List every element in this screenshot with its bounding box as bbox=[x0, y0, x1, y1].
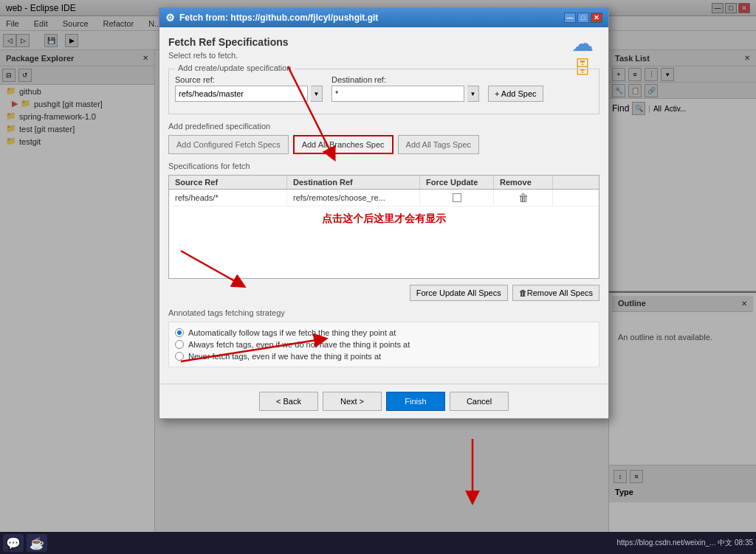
dialog-gear-icon: ⚙ bbox=[165, 12, 175, 24]
force-update-all-specs-button[interactable]: Force Update All Specs bbox=[410, 285, 508, 301]
dest-dropdown-arrow[interactable]: ▼ bbox=[467, 86, 479, 102]
col-force-update: Force Update bbox=[420, 176, 494, 189]
table-header-row: Source Ref Destination Ref Force Update … bbox=[169, 176, 599, 190]
dialog-title-bar: ⚙ Fetch from: https://github.com/fjlcyl/… bbox=[159, 8, 608, 27]
taskbar-right: https://blog.csdn.net/weixin_... 中文 08:3… bbox=[616, 538, 753, 548]
cell-force[interactable] bbox=[420, 190, 494, 206]
add-all-branches-spec-button[interactable]: Add All Branches Spec bbox=[293, 135, 394, 154]
cell-dest: refs/remotes/choose_re... bbox=[287, 190, 420, 206]
ide-background: web - Eclipse IDE — □ ✕ File Edit Source… bbox=[0, 0, 756, 554]
specs-table: Source Ref Destination Ref Force Update … bbox=[168, 175, 599, 279]
tags-strategy-title: Annotated tags fetching strategy bbox=[168, 308, 599, 317]
remove-all-specs-button[interactable]: 🗑 Remove All Specs bbox=[512, 285, 599, 301]
source-dest-row: Source ref: refs/heads/master ▼ Destinat… bbox=[175, 75, 593, 102]
tags-strategy-section: Annotated tags fetching strategy Automat… bbox=[168, 308, 599, 367]
specs-section: Specifications for fetch Source Ref Dest… bbox=[168, 162, 599, 301]
cancel-button[interactable]: Cancel bbox=[450, 392, 509, 411]
source-dropdown-arrow[interactable]: ▼ bbox=[311, 86, 323, 102]
cloud-icon: ☁ bbox=[571, 30, 594, 56]
radio-always[interactable]: Always fetch tags, even if we do not hav… bbox=[175, 340, 593, 349]
source-group: Source ref: refs/heads/master ▼ bbox=[175, 75, 323, 102]
radio-never-circle[interactable] bbox=[175, 352, 184, 361]
specs-title: Specifications for fetch bbox=[168, 162, 599, 170]
dialog-header: Fetch Ref Specifications bbox=[168, 36, 599, 48]
col-source-ref: Source Ref bbox=[169, 176, 287, 189]
create-update-title: Add create/update specification bbox=[175, 63, 295, 72]
remove-icon: 🗑 bbox=[519, 288, 527, 297]
create-update-section: Add create/update specification Source r… bbox=[168, 69, 599, 114]
radio-auto-circle[interactable] bbox=[175, 328, 184, 337]
predefined-section: Add predefined specification Add Configu… bbox=[168, 122, 599, 154]
source-label: Source ref: bbox=[175, 75, 323, 84]
taskbar-eclipse[interactable]: ☕ bbox=[27, 534, 47, 552]
predefined-title: Add predefined specification bbox=[168, 122, 599, 131]
annotation-container: 点击这个后这里才会有显示 bbox=[169, 207, 599, 232]
table-actions: Force Update All Specs 🗑 Remove All Spec… bbox=[168, 285, 599, 301]
taskbar-status: https://blog.csdn.net/weixin_... 中文 08:3… bbox=[616, 538, 753, 548]
dest-group: Destination ref: * ▼ bbox=[331, 75, 479, 102]
chat-icon: 💬 bbox=[6, 536, 21, 550]
add-spec-button[interactable]: + Add Spec bbox=[488, 86, 543, 102]
predefined-buttons-row: Add Configured Fetch Specs Add All Branc… bbox=[168, 135, 599, 154]
add-all-tags-spec-button[interactable]: Add All Tags Spec bbox=[398, 135, 479, 154]
source-input-row: refs/heads/master ▼ bbox=[175, 86, 323, 102]
radio-group: Automatically follow tags if we fetch th… bbox=[168, 322, 599, 367]
eclipse-icon: ☕ bbox=[30, 536, 44, 550]
col-dest-ref: Destination Ref bbox=[287, 176, 420, 189]
dialog-footer: < Back Next > Finish Cancel bbox=[159, 384, 608, 418]
dest-combobox[interactable]: * bbox=[331, 86, 464, 102]
radio-never[interactable]: Never fetch tags, even if we have the th… bbox=[175, 352, 593, 361]
table-body: refs/heads/* refs/remotes/choose_re... 🗑… bbox=[169, 190, 599, 278]
add-configured-fetch-specs-button[interactable]: Add Configured Fetch Specs bbox=[168, 135, 289, 154]
taskbar: 💬 ☕ https://blog.csdn.net/weixin_... 中文 … bbox=[0, 532, 756, 554]
dialog-minimize[interactable]: — bbox=[564, 13, 576, 23]
back-button[interactable]: < Back bbox=[259, 392, 318, 411]
cell-source: refs/heads/* bbox=[169, 190, 287, 206]
annotation-text: 点击这个后这里才会有显示 bbox=[316, 207, 452, 230]
dialog-title: Fetch from: https://github.com/fjlcyl/pu… bbox=[179, 13, 378, 23]
dest-label: Destination ref: bbox=[331, 75, 479, 84]
source-combobox[interactable]: refs/heads/master bbox=[175, 86, 308, 102]
cell-remove[interactable]: 🗑 bbox=[494, 190, 553, 206]
dialog-title-controls: — □ ✕ bbox=[564, 13, 602, 23]
radio-always-circle[interactable] bbox=[175, 340, 184, 349]
delete-row-icon[interactable]: 🗑 bbox=[518, 192, 529, 204]
dest-asterisk: * bbox=[335, 89, 338, 98]
dialog-subtitle: Select refs to fetch. bbox=[168, 51, 599, 60]
col-remove: Remove bbox=[494, 176, 553, 189]
finish-button[interactable]: Finish bbox=[386, 392, 445, 411]
force-update-checkbox[interactable] bbox=[453, 193, 461, 202]
radio-auto[interactable]: Automatically follow tags if we fetch th… bbox=[175, 328, 593, 337]
taskbar-chat[interactable]: 💬 bbox=[3, 534, 24, 552]
dialog-close[interactable]: ✕ bbox=[591, 13, 602, 23]
fetch-dialog: ⚙ Fetch from: https://github.com/fjlcyl/… bbox=[159, 7, 609, 419]
dialog-maximize[interactable]: □ bbox=[577, 13, 589, 23]
dest-input-row: * ▼ bbox=[331, 86, 479, 102]
next-button[interactable]: Next > bbox=[323, 392, 382, 411]
dialog-body: ☁ 🗄 Fetch Ref Specifications Select refs… bbox=[159, 27, 608, 384]
table-row[interactable]: refs/heads/* refs/remotes/choose_re... 🗑 bbox=[169, 190, 599, 207]
